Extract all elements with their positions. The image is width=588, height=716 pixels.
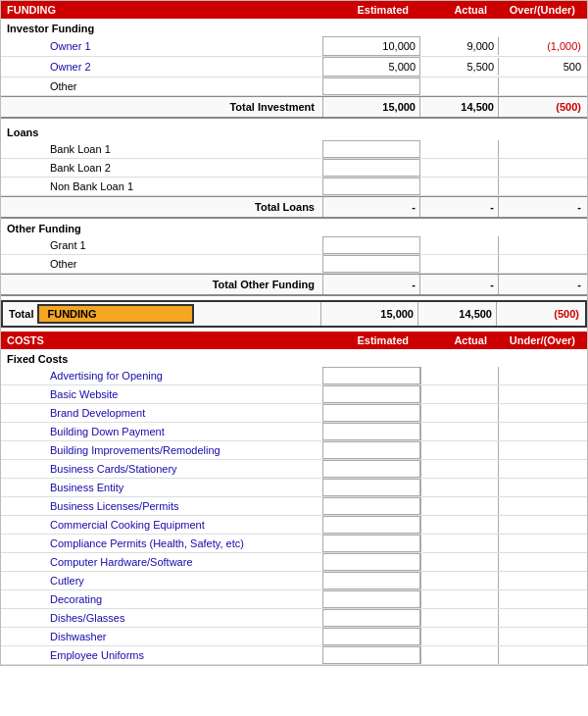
owner1-label: Owner 1 bbox=[1, 40, 322, 52]
funding-header-label: FUNDING bbox=[7, 4, 317, 16]
bank-loan1-over-cell bbox=[499, 140, 587, 158]
fixed-cost-est-cell[interactable] bbox=[322, 553, 420, 571]
fixed-cost-est-cell[interactable] bbox=[322, 423, 420, 440]
fixed-cost-act-cell[interactable] bbox=[420, 367, 499, 384]
fixed-cost-over-cell bbox=[499, 553, 587, 571]
total-other-funding-act: - bbox=[420, 275, 499, 294]
fixed-cost-act-cell[interactable] bbox=[420, 535, 499, 552]
nonbank-loan1-act-cell[interactable] bbox=[420, 178, 499, 195]
investor-other-over-cell bbox=[499, 77, 587, 95]
fixed-cost-label: Brand Development bbox=[1, 407, 322, 419]
other-funding-section-label: Other Funding bbox=[1, 219, 587, 236]
fixed-cost-label: Employee Uniforms bbox=[1, 649, 322, 661]
fixed-cost-row: Dishwasher bbox=[1, 628, 587, 646]
investor-other-est-cell[interactable] bbox=[322, 77, 420, 95]
fixed-cost-over-cell bbox=[499, 441, 587, 459]
total-other-funding-label: Total Other Funding bbox=[1, 279, 322, 290]
fixed-cost-act-cell[interactable] bbox=[420, 479, 499, 496]
other-funding-other-over-cell bbox=[499, 255, 587, 273]
investor-other-act-cell[interactable] bbox=[420, 77, 499, 95]
bank-loan1-label: Bank Loan 1 bbox=[1, 143, 322, 155]
fixed-cost-est-cell[interactable] bbox=[322, 572, 420, 589]
grand-total-funding-box: FUNDING bbox=[37, 304, 194, 324]
grand-total-label-part: Total FUNDING bbox=[3, 304, 320, 324]
other-funding-other-est-cell[interactable] bbox=[322, 255, 420, 273]
total-investment-label: Total Investment bbox=[1, 101, 322, 113]
fixed-cost-label: Building Improvements/Remodeling bbox=[1, 444, 322, 456]
fixed-cost-act-cell[interactable] bbox=[420, 460, 499, 478]
fixed-cost-act-cell[interactable] bbox=[420, 423, 499, 440]
fixed-cost-act-cell[interactable] bbox=[420, 553, 499, 571]
owner1-est-cell[interactable]: 10,000 bbox=[322, 36, 420, 56]
grant1-act-cell[interactable] bbox=[420, 236, 499, 254]
fixed-cost-act-cell[interactable] bbox=[420, 609, 499, 627]
total-loans-row: Total Loans - - - bbox=[1, 196, 587, 219]
total-loans-over: - bbox=[499, 197, 587, 217]
fixed-cost-label: Dishwasher bbox=[1, 631, 322, 642]
fixed-cost-act-cell[interactable] bbox=[420, 628, 499, 645]
fixed-cost-act-cell[interactable] bbox=[420, 404, 499, 422]
total-investment-act: 14,500 bbox=[420, 97, 499, 117]
fixed-cost-est-cell[interactable] bbox=[322, 628, 420, 645]
fixed-cost-label: Computer Hardware/Software bbox=[1, 556, 322, 568]
other-funding-other-act-cell[interactable] bbox=[420, 255, 499, 273]
grant1-row: Grant 1 bbox=[1, 236, 587, 255]
fixed-cost-act-cell[interactable] bbox=[420, 590, 499, 608]
fixed-cost-row: Brand Development bbox=[1, 404, 587, 423]
investor-other-label: Other bbox=[1, 80, 322, 92]
owner2-act-cell[interactable]: 5,500 bbox=[420, 58, 499, 76]
fixed-cost-est-cell[interactable] bbox=[322, 441, 420, 459]
bank-loan2-est-cell[interactable] bbox=[322, 159, 420, 177]
fixed-cost-label: Commercial Cooking Equipment bbox=[1, 519, 322, 531]
owner2-over-cell: 500 bbox=[499, 58, 587, 76]
nonbank-loan1-row: Non Bank Loan 1 bbox=[1, 178, 587, 196]
bank-loan1-est-cell[interactable] bbox=[322, 140, 420, 158]
grand-total-act: 14,500 bbox=[418, 302, 497, 326]
grant1-est-cell[interactable] bbox=[322, 236, 420, 254]
total-loans-est: - bbox=[322, 197, 420, 217]
fixed-cost-est-cell[interactable] bbox=[322, 479, 420, 496]
fixed-cost-act-cell[interactable] bbox=[420, 441, 499, 459]
grand-total-over: (500) bbox=[497, 302, 585, 326]
fixed-cost-act-cell[interactable] bbox=[420, 572, 499, 589]
fixed-cost-row: Building Down Payment bbox=[1, 423, 587, 441]
fixed-cost-act-cell[interactable] bbox=[420, 385, 499, 403]
fixed-cost-est-cell[interactable] bbox=[322, 646, 420, 664]
fixed-cost-est-cell[interactable] bbox=[322, 516, 420, 534]
fixed-cost-label: Advertising for Opening bbox=[1, 370, 322, 382]
grant1-over-cell bbox=[499, 236, 587, 254]
fixed-cost-est-cell[interactable] bbox=[322, 590, 420, 608]
owner1-act-cell[interactable]: 9,000 bbox=[420, 37, 499, 55]
fixed-cost-est-cell[interactable] bbox=[322, 367, 420, 384]
total-other-funding-est: - bbox=[322, 275, 420, 294]
fixed-cost-est-cell[interactable] bbox=[322, 609, 420, 627]
grand-total-text: Total bbox=[3, 308, 33, 320]
owner2-est-cell[interactable]: 5,000 bbox=[322, 57, 420, 77]
funding-estimated-label: Estimated bbox=[317, 4, 415, 16]
fixed-cost-est-cell[interactable] bbox=[322, 460, 420, 478]
fixed-cost-est-cell[interactable] bbox=[322, 385, 420, 403]
bank-loan2-act-cell[interactable] bbox=[420, 159, 499, 177]
fixed-cost-label: Basic Website bbox=[1, 388, 322, 400]
fixed-cost-over-cell bbox=[499, 516, 587, 534]
funding-over-under-label: Over/(Under) bbox=[493, 4, 581, 16]
fixed-cost-act-cell[interactable] bbox=[420, 516, 499, 534]
costs-estimated-label: Estimated bbox=[317, 334, 415, 346]
fixed-cost-est-cell[interactable] bbox=[322, 404, 420, 422]
fixed-cost-row: Computer Hardware/Software bbox=[1, 553, 587, 572]
owner1-over-cell: (1,000) bbox=[499, 37, 587, 55]
fixed-cost-row: Basic Website bbox=[1, 385, 587, 404]
costs-under-over-label: Under/(Over) bbox=[493, 334, 581, 346]
fixed-cost-row: Compliance Permits (Health, Safety, etc) bbox=[1, 535, 587, 553]
fixed-cost-label: Dishes/Glasses bbox=[1, 612, 322, 624]
fixed-cost-act-cell[interactable] bbox=[420, 646, 499, 664]
bank-loan1-act-cell[interactable] bbox=[420, 140, 499, 158]
fixed-cost-act-cell[interactable] bbox=[420, 497, 499, 515]
fixed-cost-over-cell bbox=[499, 479, 587, 496]
fixed-cost-label: Business Licenses/Permits bbox=[1, 500, 322, 512]
nonbank-loan1-est-cell[interactable] bbox=[322, 178, 420, 195]
fixed-cost-est-cell[interactable] bbox=[322, 535, 420, 552]
total-other-funding-row: Total Other Funding - - - bbox=[1, 274, 587, 296]
fixed-cost-est-cell[interactable] bbox=[322, 497, 420, 515]
fixed-cost-over-cell bbox=[499, 590, 587, 608]
